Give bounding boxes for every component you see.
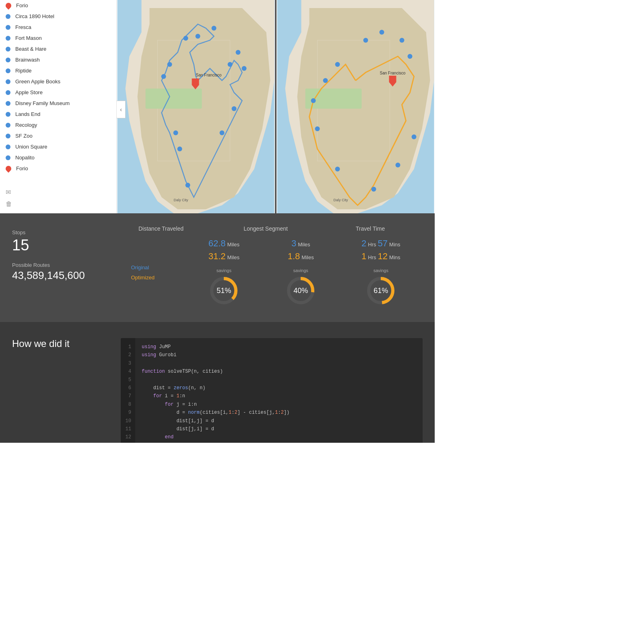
label-original: Original — [131, 264, 163, 270]
segment-donut: 40% — [285, 275, 317, 307]
svg-point-17 — [186, 183, 190, 188]
line-num-6: 6 — [128, 384, 131, 392]
time-optimized-row: 1 Hrs 12 Mins — [361, 251, 400, 262]
time-original-hrs-label: Hrs — [368, 242, 376, 248]
line-num-5: 5 — [128, 376, 131, 384]
stop-item-13[interactable]: Union Square — [0, 141, 116, 152]
distance-values: 62.8 Miles 31.2 Miles — [208, 238, 239, 262]
segment-pct: 40% — [293, 287, 308, 295]
svg-point-33 — [335, 62, 340, 67]
svg-point-38 — [372, 187, 376, 192]
stop-item-4[interactable]: Beast & Hare — [0, 43, 116, 54]
svg-point-13 — [236, 50, 241, 55]
stop-item-2[interactable]: Fresca — [0, 22, 116, 33]
code-line-12: end — [142, 433, 416, 441]
time-optimized-hrs: 1 — [361, 251, 366, 262]
svg-point-19 — [232, 106, 237, 111]
segment-stat: 3 Miles 1.8 Miles savings — [285, 238, 317, 307]
stop-dot-0 — [4, 2, 12, 10]
svg-point-14 — [242, 66, 247, 71]
time-optimized-hrs-label: Hrs — [368, 254, 376, 260]
row-labels: Original Optimized — [131, 264, 163, 281]
distance-savings: savings 51% — [208, 268, 240, 307]
stop-item-0[interactable]: Forio — [0, 0, 116, 11]
svg-point-16 — [178, 147, 182, 151]
line-num-7: 7 — [128, 392, 131, 400]
time-savings-label: savings — [374, 268, 388, 273]
time-pct: 61% — [374, 287, 388, 295]
stop-dot-1 — [6, 14, 10, 19]
svg-point-29 — [363, 38, 368, 43]
stop-item-15[interactable]: Forio — [0, 163, 116, 174]
routes-value: 43,589,145,600 — [12, 270, 109, 281]
delete-icon[interactable]: 🗑 — [6, 200, 14, 209]
code-line-9: d = norm(cities[i,1:2] - cities[j,1:2]) — [142, 409, 416, 417]
distance-donut: 51% — [208, 275, 240, 307]
line-num-4: 4 — [128, 367, 131, 376]
svg-text:San Francisco: San Francisco — [380, 71, 406, 75]
label-optimized: Optimized — [131, 275, 163, 281]
svg-point-37 — [335, 167, 340, 171]
segment-original-value: 3 — [291, 238, 296, 249]
svg-point-34 — [323, 78, 328, 83]
original-map[interactable]: San Francisco Daly City — [117, 0, 275, 213]
code-line-13: end — [142, 442, 416, 443]
stop-dot-2 — [6, 25, 10, 30]
stop-item-12[interactable]: SF Zoo — [0, 130, 116, 141]
stop-item-14[interactable]: Nopalito — [0, 152, 116, 163]
distance-optimized-value: 31.2 — [208, 251, 226, 262]
optimized-map[interactable]: San Francisco Daly City — [275, 0, 435, 213]
code-line-7: for i = 1:n — [142, 392, 416, 400]
distance-optimized-unit: Miles — [227, 254, 239, 260]
line-num-3: 3 — [128, 359, 131, 367]
code-line-8: for j = i:n — [142, 400, 416, 409]
segment-optimized-value: 1.8 — [288, 251, 300, 262]
map-area: San Francisco Daly City — [117, 0, 435, 213]
svg-point-30 — [380, 30, 384, 35]
stop-dot-14 — [6, 155, 10, 160]
segment-original-row: 3 Miles — [288, 238, 314, 249]
stop-dot-3 — [6, 36, 10, 41]
stop-item-7[interactable]: Green Apple Books — [0, 76, 116, 87]
svg-point-40 — [412, 134, 417, 139]
stop-item-11[interactable]: Recology — [0, 120, 116, 130]
distance-original-value: 62.8 — [208, 238, 226, 249]
stops-list: ForioCirca 1890 HotelFrescaFort MasonBea… — [0, 0, 116, 174]
stop-label-15: Forio — [16, 165, 28, 171]
svg-text:Daly City: Daly City — [334, 198, 349, 202]
svg-point-39 — [396, 163, 400, 167]
stops-label: Stops — [12, 229, 109, 235]
optimized-map-svg: San Francisco Daly City — [277, 0, 435, 213]
stop-item-6[interactable]: Riptide — [0, 65, 116, 76]
stop-label-0: Forio — [16, 2, 28, 8]
stop-dot-5 — [6, 58, 10, 62]
stop-item-9[interactable]: Disney Family Museum — [0, 98, 116, 109]
code-line-10: dist[i,j] = d — [142, 417, 416, 425]
stop-item-5[interactable]: Brainwash — [0, 54, 116, 65]
svg-point-10 — [167, 62, 172, 67]
stop-item-10[interactable]: Lands End — [0, 109, 116, 120]
stop-item-1[interactable]: Circa 1890 Hotel — [0, 11, 116, 22]
time-title: Travel Time — [318, 225, 423, 232]
stop-label-5: Brainwash — [15, 57, 40, 63]
code-line-3 — [142, 359, 416, 367]
distance-pct: 51% — [217, 287, 231, 295]
line-num-13: 13 — [126, 442, 131, 443]
code-section: How we did it 1234567891011121314151617 … — [0, 322, 435, 443]
distance-optimized-row: 31.2 Miles — [208, 251, 239, 262]
email-icon[interactable]: ✉ — [6, 188, 14, 197]
stop-dot-13 — [6, 144, 10, 149]
line-num-2: 2 — [128, 351, 131, 359]
time-stat: 2 Hrs 57 Mins 1 Hrs 12 Mins s — [361, 238, 400, 307]
segment-optimized-unit: Miles — [301, 254, 314, 260]
time-optimized-mins-label: Mins — [389, 254, 400, 260]
time-original-mins: 57 — [378, 238, 388, 249]
line-num-8: 8 — [128, 400, 131, 409]
sidebar: ForioCirca 1890 HotelFrescaFort MasonBea… — [0, 0, 117, 213]
stop-dot-10 — [6, 112, 10, 117]
stop-item-3[interactable]: Fort Mason — [0, 33, 116, 43]
collapse-button[interactable]: ‹ — [117, 101, 126, 118]
stop-dot-8 — [6, 90, 10, 95]
code-line-6: dist = zeros(n, n) — [142, 384, 416, 392]
stop-item-8[interactable]: Apple Store — [0, 87, 116, 98]
